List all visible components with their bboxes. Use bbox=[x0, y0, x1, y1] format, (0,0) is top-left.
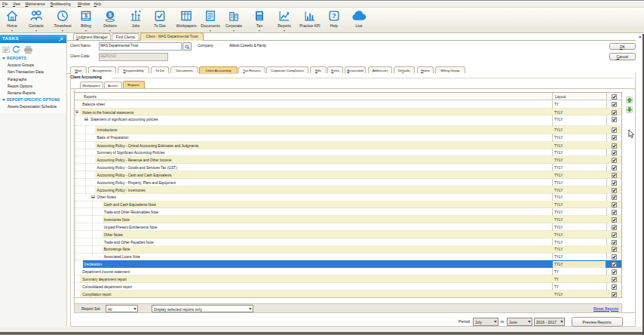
svg-text:$: $ bbox=[84, 12, 87, 19]
svg-text:$: $ bbox=[109, 11, 112, 18]
svg-text:?: ? bbox=[332, 11, 336, 20]
